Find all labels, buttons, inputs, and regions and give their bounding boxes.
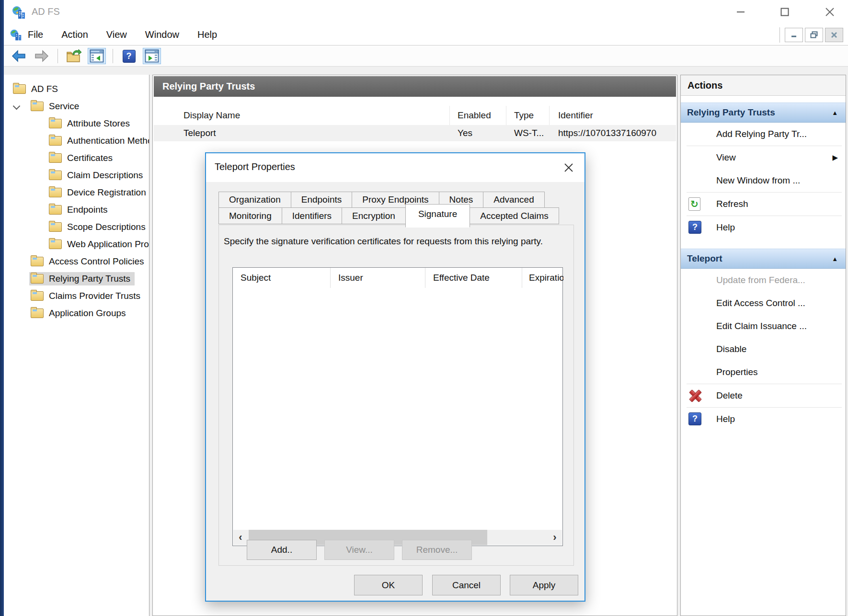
tree-item-label: Access Control Policies (49, 256, 144, 267)
tab-signature[interactable]: Signature (405, 204, 470, 228)
certificates-list[interactable]: Subject Issuer Effective Date Expiration… (232, 267, 563, 546)
tab-endpoints[interactable]: Endpoints (291, 192, 353, 208)
folder-icon (49, 119, 62, 128)
action-update-from-federation[interactable]: Update from Federa... (681, 269, 846, 292)
tree-item-label: AD FS (31, 84, 58, 94)
column-display-name[interactable]: Display Name (170, 106, 450, 125)
folder-icon (49, 188, 62, 197)
action-delete[interactable]: Delete (681, 384, 846, 407)
menu-window[interactable]: Window (145, 29, 179, 40)
divider (57, 49, 58, 63)
tab-organization[interactable]: Organization (218, 192, 291, 208)
minimize-icon (735, 7, 746, 17)
tree-item-ad-fs[interactable]: AD FS (4, 80, 149, 98)
action-edit-claim-issuance[interactable]: Edit Claim Issuance ... (681, 315, 846, 338)
action-pane-toggle-button[interactable] (143, 48, 161, 64)
spacer (681, 96, 846, 103)
action-edit-access-control[interactable]: Edit Access Control ... (681, 292, 846, 315)
divider (113, 49, 113, 63)
tree-item-device-registration[interactable]: Device Registration (4, 184, 149, 201)
list-column-headers: Display Name Enabled Type Identifier (154, 106, 676, 125)
menu-bar: File Action View Window Help (4, 24, 848, 46)
action-help-teleport[interactable]: ? Help (681, 408, 846, 431)
tree-item-relying-party-trusts[interactable]: Relying Party Trusts (4, 270, 149, 287)
window-maximize-button[interactable] (772, 4, 797, 20)
column-enabled[interactable]: Enabled (450, 106, 506, 125)
tree-item-certificates[interactable]: Certificates (4, 149, 149, 167)
cell-display-name: Teleport (170, 125, 450, 141)
export-list-button[interactable] (65, 48, 83, 64)
tree-item-claims-provider-trusts[interactable]: Claims Provider Trusts (4, 287, 149, 305)
action-disable[interactable]: Disable (681, 338, 846, 361)
help-icon: ? (688, 221, 701, 234)
action-label: View (716, 152, 736, 163)
tab-encryption[interactable]: Encryption (342, 207, 406, 224)
dialog-tabs: Organization Endpoints Proxy Endpoints N… (218, 192, 559, 228)
column-issuer[interactable]: Issuer (331, 268, 425, 288)
minimize-icon (790, 31, 798, 39)
remove-certificate-button[interactable]: Remove... (402, 540, 472, 560)
column-type[interactable]: Type (506, 106, 550, 125)
mdi-minimize-button[interactable] (785, 28, 803, 42)
collapse-caret-icon[interactable]: ▲ (832, 109, 838, 116)
actions-section-teleport[interactable]: Teleport ▲ (681, 249, 846, 269)
menu-items: File Action View Window Help (28, 24, 217, 45)
forward-button[interactable] (33, 48, 51, 64)
mdi-restore-button[interactable] (805, 28, 823, 42)
table-row-teleport[interactable]: Teleport Yes WS-T... https://10701337160… (154, 125, 676, 141)
action-help[interactable]: ? Help (681, 216, 846, 239)
cell-identifier: https://10701337160970 (550, 125, 677, 141)
tree-item-claim-descriptions[interactable]: Claim Descriptions (4, 167, 149, 184)
action-properties[interactable]: Properties (681, 361, 846, 384)
actions-section-relying-party-trusts[interactable]: Relying Party Trusts ▲ (681, 103, 846, 123)
view-certificate-button[interactable]: View... (324, 540, 394, 560)
tree-item-application-groups[interactable]: Application Groups (4, 305, 149, 322)
expand-chevron-icon[interactable] (13, 103, 21, 110)
action-add-relying-party-trust[interactable]: Add Relying Party Tr... (681, 123, 846, 146)
tree-item-endpoints[interactable]: Endpoints (4, 201, 149, 218)
submenu-arrow-icon: ▶ (832, 153, 838, 162)
tab-identifiers[interactable]: Identifiers (282, 207, 342, 224)
column-subject[interactable]: Subject (233, 268, 331, 288)
tree-item-authentication-methods[interactable]: Authentication Methods (4, 132, 149, 149)
tree-item-access-control-policies[interactable]: Access Control Policies (4, 253, 149, 270)
folder-icon (31, 257, 44, 266)
window-close-button[interactable] (817, 4, 842, 20)
apply-button[interactable]: Apply (510, 575, 578, 595)
window-minimize-button[interactable] (728, 4, 753, 20)
signature-tab-panel: Specify the signature verification certi… (218, 225, 574, 566)
menu-file[interactable]: File (28, 29, 43, 40)
action-new-window[interactable]: New Window from ... (681, 169, 846, 192)
back-button[interactable] (10, 48, 28, 64)
console-tree-toggle-button[interactable] (88, 48, 106, 64)
menu-help[interactable]: Help (197, 29, 217, 40)
tab-advanced[interactable]: Advanced (483, 192, 545, 208)
action-view[interactable]: View ▶ (681, 146, 846, 169)
cancel-button[interactable]: Cancel (432, 575, 501, 595)
column-identifier[interactable]: Identifier (550, 106, 677, 125)
scroll-right-arrow-icon[interactable]: › (548, 530, 562, 545)
folder-icon (31, 274, 44, 284)
dialog-close-button[interactable] (560, 159, 578, 176)
tab-accepted-claims[interactable]: Accepted Claims (470, 207, 559, 224)
divider (779, 27, 780, 43)
scroll-left-arrow-icon[interactable]: ‹ (233, 530, 248, 545)
menu-action[interactable]: Action (61, 29, 88, 40)
action-pane-toggle-icon (145, 49, 159, 63)
column-expiration[interactable]: Expiration (522, 268, 563, 288)
column-effective-date[interactable]: Effective Date (425, 268, 522, 288)
tree-item-scope-descriptions[interactable]: Scope Descriptions (4, 218, 149, 236)
menu-view[interactable]: View (106, 29, 127, 40)
tab-row-1: Organization Endpoints Proxy Endpoints N… (218, 192, 559, 208)
ok-button[interactable]: OK (354, 575, 423, 595)
help-button[interactable]: ? (120, 48, 138, 64)
action-refresh[interactable]: ↻ Refresh (681, 193, 846, 216)
mdi-close-button[interactable] (825, 28, 843, 42)
tree-item-service[interactable]: Service (4, 98, 149, 115)
add-certificate-button[interactable]: Add.. (247, 540, 317, 560)
collapse-caret-icon[interactable]: ▲ (832, 255, 838, 262)
tree-item-web-application-proxy[interactable]: Web Application Proxy (4, 236, 149, 253)
tab-monitoring[interactable]: Monitoring (218, 207, 282, 224)
restore-icon (810, 31, 818, 39)
tree-item-attribute-stores[interactable]: Attribute Stores (4, 115, 149, 132)
